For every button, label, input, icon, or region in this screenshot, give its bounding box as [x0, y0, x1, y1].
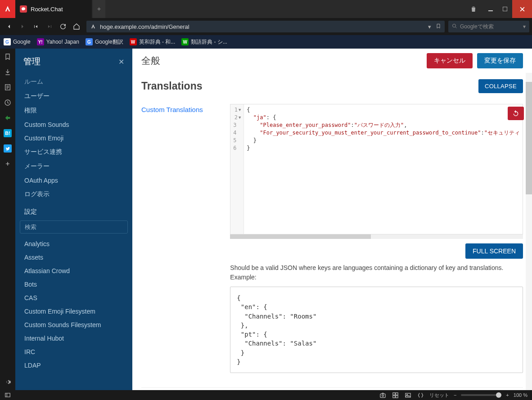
bookmark-favicon: G	[86, 38, 93, 45]
svg-point-7	[382, 395, 384, 396]
admin-nav-item[interactable]: メーラー	[20, 159, 128, 174]
add-panel-icon[interactable]	[3, 159, 12, 168]
svg-rect-11	[396, 396, 398, 398]
rocketchat-favicon	[20, 5, 27, 13]
editor-code[interactable]: { "ja": { "Please_enter_your_password":"…	[244, 104, 523, 234]
admin-nav-item[interactable]: LDAP	[20, 359, 128, 372]
bookmark-item[interactable]: GGoogle翻訳	[86, 38, 123, 46]
search-engine-icon	[452, 23, 457, 30]
svg-rect-0	[488, 10, 493, 11]
web-panel-hatena-icon[interactable]: B!	[3, 129, 12, 138]
zoom-value: 100 %	[514, 392, 527, 398]
search-dropdown-icon[interactable]: ▾	[523, 23, 526, 30]
rewind-button[interactable]	[30, 20, 42, 33]
url-dropdown-icon[interactable]: ▾	[428, 23, 431, 30]
admin-search[interactable]	[20, 220, 128, 234]
admin-nav-item[interactable]: Atlassian Crowd	[20, 264, 128, 278]
statusbar: リセット − + 100 %	[0, 390, 532, 400]
editor-gutter: 1▼2▼3456	[230, 104, 244, 234]
browser-navbar: hoge.example.com/admin/General ▾ Googleで…	[0, 18, 532, 35]
zoom-reset-label[interactable]: リセット	[429, 392, 449, 399]
page-actions-icon[interactable]	[417, 391, 425, 399]
browser-tab-active[interactable]: Rocket.Chat	[15, 0, 92, 18]
svg-rect-5	[5, 393, 10, 397]
admin-search-input[interactable]	[20, 220, 128, 234]
editor-h-scrollbar[interactable]	[230, 234, 523, 239]
admin-nav-item[interactable]: ユーザー	[20, 89, 128, 103]
vivaldi-app-icon[interactable]	[0, 0, 15, 18]
admin-nav-item[interactable]: IRC	[20, 345, 128, 359]
settings-panel-icon[interactable]	[3, 378, 12, 387]
admin-nav-item[interactable]: Analytics	[20, 237, 128, 251]
bookmarks-bar: GGoogle Y!Yahoo! Japan GGoogle翻訳 W英和辞典 -…	[0, 35, 532, 49]
bookmark-item[interactable]: Y!Yahoo! Japan	[37, 38, 79, 45]
trash-button[interactable]	[464, 0, 483, 18]
back-button[interactable]	[3, 20, 15, 33]
svg-rect-10	[393, 396, 395, 398]
zoom-in-icon[interactable]: +	[506, 392, 509, 398]
history-panel-icon[interactable]	[3, 98, 12, 107]
admin-nav-item[interactable]: CAS	[20, 291, 128, 305]
settings-heading: 設定	[20, 202, 128, 219]
admin-nav-item[interactable]: Custom Emoji	[20, 131, 128, 145]
tile-icon[interactable]	[392, 391, 400, 399]
divider	[141, 387, 523, 388]
admin-nav-item[interactable]: Internal Hubot	[20, 332, 128, 345]
page-title: 全般	[141, 54, 160, 67]
bookmark-item[interactable]: W英和辞典 - 和...	[130, 38, 176, 46]
bookmark-favicon: W	[130, 38, 137, 45]
admin-nav-item[interactable]: ルーム	[20, 75, 128, 89]
fullscreen-button[interactable]: FULL SCREEN	[465, 243, 523, 259]
svg-rect-1	[503, 7, 507, 11]
panel-rail: B!	[0, 49, 15, 390]
forward-button[interactable]	[16, 20, 29, 33]
window-minimize-button[interactable]	[483, 0, 498, 18]
download-panel-icon[interactable]	[3, 67, 12, 76]
notes-panel-icon[interactable]	[3, 83, 12, 92]
panel-toggle-icon[interactable]	[0, 392, 15, 398]
admin-title: 管理	[23, 56, 41, 67]
window-close-button[interactable]	[512, 0, 532, 18]
url-text: hoge.example.com/admin/General	[100, 23, 424, 30]
bookmark-item[interactable]: GGoogle	[4, 38, 31, 45]
admin-nav-item[interactable]: Custom Emoji Filesystem	[20, 305, 128, 318]
zoom-slider[interactable]	[461, 394, 501, 396]
new-tab-button[interactable]	[93, 0, 105, 18]
admin-nav-item[interactable]: Custom Sounds Filesystem	[20, 318, 128, 332]
zoom-out-icon[interactable]: −	[454, 392, 456, 398]
admin-nav-item[interactable]: サービス連携	[20, 145, 128, 159]
search-placeholder: Googleで検索	[460, 23, 494, 31]
url-bar[interactable]: hoge.example.com/admin/General ▾	[86, 21, 445, 32]
admin-close-icon[interactable]: ✕	[118, 58, 124, 66]
admin-nav-item[interactable]: ログ表示	[20, 187, 128, 202]
web-panel-twitter-icon[interactable]	[3, 144, 12, 153]
bookmark-icon[interactable]	[436, 23, 441, 31]
image-toggle-icon[interactable]	[404, 391, 412, 399]
svg-rect-8	[393, 392, 395, 395]
admin-nav-item[interactable]: 権限	[20, 103, 128, 118]
admin-nav-item[interactable]: Bots	[20, 278, 128, 291]
capture-icon[interactable]	[379, 391, 387, 399]
home-button[interactable]	[70, 20, 83, 33]
bookmark-favicon: G	[4, 38, 11, 45]
json-editor[interactable]: 1▼2▼3456 { "ja": { "Please_enter_your_pa…	[230, 104, 523, 234]
search-bar[interactable]: Googleで検索 ▾	[448, 21, 529, 32]
field-reset-button[interactable]	[508, 107, 524, 120]
collapse-button[interactable]: COLLAPSE	[478, 79, 523, 93]
example-box: { "en": { "Channels": "Rooms" }, "pt": {…	[230, 287, 523, 373]
bookmark-favicon: W	[181, 38, 189, 45]
save-button[interactable]: 変更を保存	[477, 53, 523, 68]
site-info-icon[interactable]	[90, 23, 96, 30]
cancel-button[interactable]: キャンセル	[427, 53, 473, 68]
field-label-custom-translations: Custom Translations	[141, 104, 221, 373]
reload-button[interactable]	[57, 20, 69, 33]
admin-nav-item[interactable]: Assets	[20, 251, 128, 264]
admin-nav-item[interactable]: OAuth Apps	[20, 174, 128, 187]
bookmark-item[interactable]: W類語辞典 - シ...	[181, 38, 227, 46]
fast-forward-button[interactable]	[43, 20, 56, 33]
content-scrollbar[interactable]	[526, 73, 532, 390]
bookmark-panel-icon[interactable]	[3, 52, 12, 61]
web-panel-icon[interactable]	[3, 113, 12, 122]
admin-nav-item[interactable]: Custom Sounds	[20, 118, 128, 131]
window-maximize-button[interactable]	[498, 0, 512, 18]
